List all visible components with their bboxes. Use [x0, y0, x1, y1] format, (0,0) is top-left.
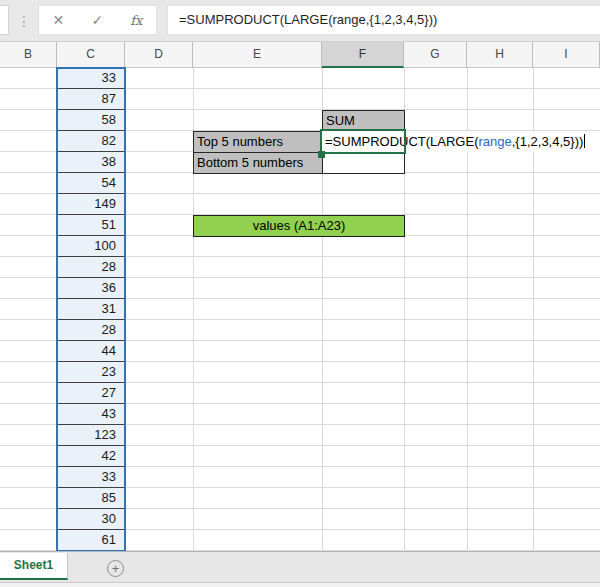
- cell-c1[interactable]: 33: [57, 68, 125, 89]
- cell-top5-label[interactable]: Top 5 numbers: [193, 131, 323, 153]
- column-header-h[interactable]: H: [467, 42, 533, 68]
- text-caret: [584, 134, 585, 148]
- add-sheet-icon[interactable]: +: [107, 560, 124, 577]
- cell-sum-label[interactable]: SUM: [322, 110, 405, 132]
- formula-toolbar: ⋮ ✕ ✓ fx =SUMPRODUCT(LARGE(range,{1,2,3,…: [0, 0, 600, 42]
- cell-c20[interactable]: 33: [57, 467, 125, 488]
- cell-c16[interactable]: 27: [57, 383, 125, 404]
- cell-bottom5-label[interactable]: Bottom 5 numbers: [193, 152, 323, 174]
- cell-formula-edit[interactable]: =SUMPRODUCT(LARGE(range,{1,2,3,4,5})): [322, 131, 600, 152]
- status-bar: [0, 582, 600, 587]
- sheet-tab-bar: Sheet1 +: [0, 551, 600, 582]
- cell-c23[interactable]: 61: [57, 530, 125, 551]
- cell-c13[interactable]: 28: [57, 320, 125, 341]
- cell-c7[interactable]: 149: [57, 194, 125, 215]
- cell-c3[interactable]: 58: [57, 110, 125, 131]
- cell-c11[interactable]: 36: [57, 278, 125, 299]
- column-header-b[interactable]: B: [0, 42, 57, 68]
- formula-prefix: =SUMPRODUCT(LARGE(: [325, 134, 479, 149]
- cell-c22[interactable]: 30: [57, 509, 125, 530]
- formula-input[interactable]: =SUMPRODUCT(LARGE(range,{1,2,3,4,5})): [167, 5, 600, 35]
- cell-c4[interactable]: 82: [57, 131, 125, 152]
- cell-c15[interactable]: 23: [57, 362, 125, 383]
- cell-c5[interactable]: 38: [57, 152, 125, 173]
- cell-c2[interactable]: 87: [57, 89, 125, 110]
- cell-c21[interactable]: 85: [57, 488, 125, 509]
- formula-bar-buttons: ✕ ✓ fx: [38, 5, 157, 35]
- cell-c9[interactable]: 100: [57, 236, 125, 257]
- column-header-f[interactable]: F: [322, 42, 404, 68]
- tab-sheet1[interactable]: Sheet1: [0, 553, 68, 580]
- enter-icon[interactable]: ✓: [91, 13, 103, 27]
- column-header-g[interactable]: G: [404, 42, 467, 68]
- formula-bar-handle-icon: ⋮: [17, 8, 27, 34]
- cell-c8[interactable]: 51: [57, 215, 125, 236]
- cell-c14[interactable]: 44: [57, 341, 125, 362]
- cell-c17[interactable]: 43: [57, 404, 125, 425]
- column-header-i[interactable]: I: [533, 42, 600, 68]
- spreadsheet-grid[interactable]: 33 87 58 82 38 54 149 51 100 28 36 31 28…: [0, 68, 600, 551]
- cell-c19[interactable]: 42: [57, 446, 125, 467]
- formula-range-reference: range: [479, 134, 512, 149]
- formula-suffix: ,{1,2,3,4,5})): [512, 134, 584, 149]
- cell-c10[interactable]: 28: [57, 257, 125, 278]
- column-header-c[interactable]: C: [57, 42, 125, 68]
- cancel-icon[interactable]: ✕: [53, 13, 65, 27]
- cell-c12[interactable]: 31: [57, 299, 125, 320]
- cell-values-note[interactable]: values (A1:A23): [193, 215, 405, 237]
- column-header-d[interactable]: D: [125, 42, 193, 68]
- name-box[interactable]: [0, 5, 9, 35]
- cell-c6[interactable]: 54: [57, 173, 125, 194]
- column-header-e[interactable]: E: [193, 42, 322, 68]
- cell-bottom5-result[interactable]: [322, 152, 405, 174]
- cell-c18[interactable]: 123: [57, 425, 125, 446]
- gridline: [125, 68, 126, 551]
- insert-function-icon[interactable]: fx: [130, 14, 142, 27]
- column-header-row: B C D E F G H I: [0, 42, 600, 68]
